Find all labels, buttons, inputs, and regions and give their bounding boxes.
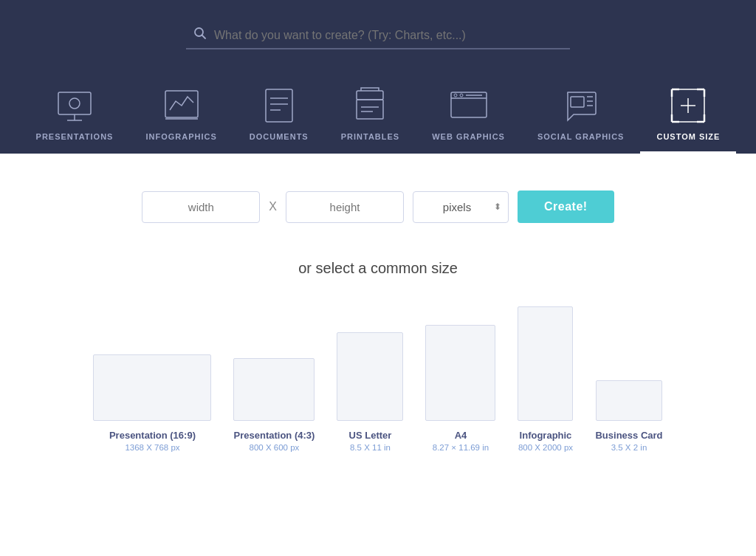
web-graphics-label: WEB GRAPHICS xyxy=(432,132,505,141)
card-size-0: 1368 X 768 px xyxy=(125,443,179,452)
svg-point-19 xyxy=(460,94,463,97)
search-icon xyxy=(193,27,207,44)
size-cards-container: Presentation (16:9) 1368 X 768 px Presen… xyxy=(63,306,692,452)
printables-label: PRINTABLES xyxy=(341,132,399,141)
size-card-presentation-16-9[interactable]: Presentation (16:9) 1368 X 768 px xyxy=(93,354,211,452)
size-card-infographic[interactable]: Infographic 800 X 2000 px xyxy=(518,306,573,452)
card-name-4: Infographic xyxy=(520,430,572,441)
height-input[interactable] xyxy=(286,191,404,223)
svg-rect-2 xyxy=(58,92,91,114)
app-header: PRESENTATIONS INFOGRAPHICS DOCUMENTS xyxy=(0,0,756,154)
card-preview-infographic xyxy=(518,306,573,421)
card-size-4: 800 X 2000 px xyxy=(518,443,573,452)
svg-point-3 xyxy=(69,98,80,109)
card-size-1: 800 X 600 px xyxy=(250,443,300,452)
nav-bar: PRESENTATIONS INFOGRAPHICS DOCUMENTS xyxy=(0,79,756,154)
presentations-label: PRESENTATIONS xyxy=(36,132,114,141)
card-preview-presentation-4-3 xyxy=(233,358,315,421)
svg-point-18 xyxy=(454,94,457,97)
card-preview-a4 xyxy=(425,325,495,421)
custom-size-row: X pixels inches centimeters millimeters … xyxy=(142,191,614,223)
social-graphics-icon xyxy=(562,86,600,125)
main-content: X pixels inches centimeters millimeters … xyxy=(0,154,756,481)
times-separator: X xyxy=(269,200,277,213)
documents-label: DOCUMENTS xyxy=(250,132,309,141)
card-name-2: US Letter xyxy=(349,430,392,441)
sidebar-item-documents[interactable]: DOCUMENTS xyxy=(233,79,325,154)
search-input[interactable] xyxy=(214,29,563,42)
card-size-3: 8.27 × 11.69 in xyxy=(433,443,489,452)
svg-rect-13 xyxy=(357,100,383,119)
web-graphics-icon xyxy=(450,86,488,125)
card-name-0: Presentation (16:9) xyxy=(109,430,196,441)
sidebar-item-printables[interactable]: PRINTABLES xyxy=(325,79,416,154)
social-graphics-label: SOCIAL GRAPHICS xyxy=(537,132,624,141)
create-button[interactable]: Create! xyxy=(518,191,614,223)
card-size-2: 8.5 X 11 in xyxy=(350,443,391,452)
width-input[interactable] xyxy=(142,191,260,223)
svg-rect-8 xyxy=(266,89,292,122)
card-preview-presentation-16-9 xyxy=(93,354,211,421)
size-card-presentation-4-3[interactable]: Presentation (4:3) 800 X 600 px xyxy=(233,358,315,452)
card-size-5: 3.5 X 2 in xyxy=(611,443,647,452)
unit-select[interactable]: pixels inches centimeters millimeters xyxy=(413,191,509,223)
size-card-us-letter[interactable]: US Letter 8.5 X 11 in xyxy=(337,332,403,452)
infographics-label: INFOGRAPHICS xyxy=(145,132,216,141)
sidebar-item-custom-size[interactable]: CUSTOM SIZE xyxy=(640,79,736,154)
sidebar-item-social-graphics[interactable]: SOCIAL GRAPHICS xyxy=(521,79,640,154)
sidebar-item-infographics[interactable]: INFOGRAPHICS xyxy=(129,79,233,154)
sidebar-item-presentations[interactable]: PRESENTATIONS xyxy=(20,79,130,154)
svg-rect-6 xyxy=(165,91,198,117)
svg-line-1 xyxy=(202,35,206,39)
card-preview-us-letter xyxy=(337,332,403,421)
documents-icon xyxy=(260,86,298,125)
size-card-a4[interactable]: A4 8.27 × 11.69 in xyxy=(425,325,495,452)
custom-size-icon xyxy=(669,86,707,125)
infographics-icon xyxy=(162,86,201,125)
unit-select-wrap[interactable]: pixels inches centimeters millimeters xyxy=(413,191,509,223)
custom-size-label: CUSTOM SIZE xyxy=(656,132,720,141)
card-preview-business-card xyxy=(596,380,662,421)
card-name-1: Presentation (4:3) xyxy=(234,430,315,441)
presentations-icon xyxy=(55,86,94,125)
size-card-business-card[interactable]: Business Card 3.5 X 2 in xyxy=(595,380,662,452)
svg-rect-21 xyxy=(571,97,584,107)
card-name-5: Business Card xyxy=(595,430,662,441)
common-size-heading: or select a common size xyxy=(298,260,458,277)
svg-rect-12 xyxy=(357,91,383,100)
search-bar[interactable] xyxy=(186,22,570,49)
card-name-3: A4 xyxy=(455,430,467,441)
sidebar-item-web-graphics[interactable]: WEB GRAPHICS xyxy=(416,79,521,154)
printables-icon xyxy=(351,86,389,125)
